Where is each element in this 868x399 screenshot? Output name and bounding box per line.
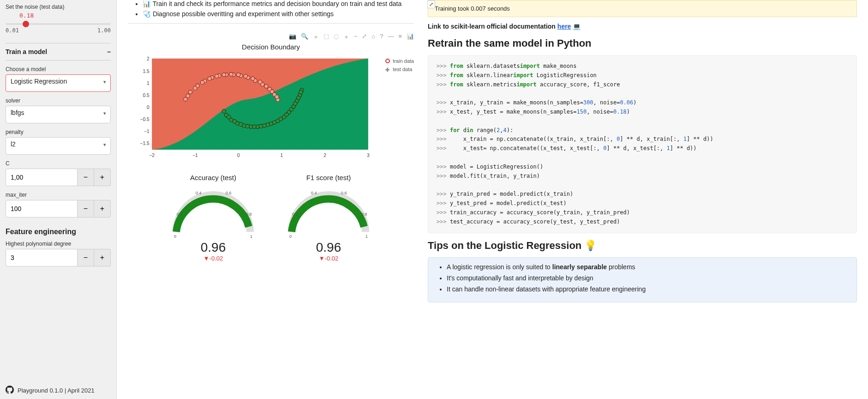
svg-point-26: [251, 77, 255, 80]
svg-text:1: 1: [365, 234, 368, 239]
stethoscope-icon: 🩺: [143, 10, 151, 18]
accuracy-gauge: Accuracy (test) 0 0.2 0.4 0.6 0.8 1: [165, 174, 262, 262]
svg-point-57: [289, 108, 293, 111]
camera-icon[interactable]: 📷: [289, 33, 296, 41]
svg-text:0.2: 0.2: [292, 212, 298, 217]
list-item: 🩺 Diagnose possible overitting and exper…: [143, 10, 414, 18]
svg-text:2: 2: [323, 153, 326, 158]
svg-text:−2: −2: [149, 153, 155, 158]
maxiter-plus-button[interactable]: +: [94, 200, 111, 218]
svg-point-46: [222, 109, 226, 113]
svg-point-17: [186, 94, 190, 98]
svg-text:0.2: 0.2: [177, 212, 183, 217]
svg-text:0: 0: [289, 234, 292, 239]
train-model-section[interactable]: Train a model –: [6, 43, 111, 60]
svg-point-20: [208, 77, 211, 80]
lasso-icon[interactable]: ◌: [334, 33, 339, 41]
svg-point-2: [184, 97, 187, 101]
svg-text:1: 1: [147, 81, 150, 86]
box-select-icon[interactable]: ⬚: [323, 33, 329, 41]
noise-label: Set the noise (test data): [6, 4, 111, 10]
poly-input[interactable]: [6, 249, 78, 266]
f1-gauge: F1 score (test) 0 0.2 0.4 0.6 0.8 1: [280, 174, 377, 262]
doc-link-row: Link to scikit-learn official documentat…: [428, 23, 857, 30]
svg-text:0.4: 0.4: [311, 191, 317, 195]
c-plus-button[interactable]: +: [94, 169, 111, 186]
svg-point-47: [227, 115, 231, 119]
penalty-select[interactable]: l2: [6, 137, 111, 155]
tips-heading: Tips on the Logistic Regression 💡: [428, 240, 857, 252]
hover-icon[interactable]: —: [388, 33, 394, 41]
svg-point-60: [299, 90, 303, 94]
spike-icon[interactable]: ?: [380, 33, 383, 41]
reset-icon[interactable]: ⌂: [371, 33, 375, 41]
svg-point-55: [279, 117, 282, 121]
c-label: C: [6, 160, 111, 167]
svg-point-27: [258, 80, 262, 84]
svg-point-25: [244, 74, 247, 78]
poly-plus-button[interactable]: +: [94, 249, 111, 266]
svg-text:0: 0: [237, 153, 240, 158]
svg-point-48: [233, 120, 236, 123]
autoscale-icon[interactable]: ⤢: [362, 33, 367, 41]
banner-text: Training took 0.007 seconds: [435, 5, 510, 12]
svg-point-21: [215, 74, 219, 78]
zoomout-icon[interactable]: −: [354, 33, 358, 41]
gauge-value: 0.96: [280, 240, 377, 255]
penalty-label: penalty: [6, 129, 111, 135]
noise-slider[interactable]: [6, 23, 111, 25]
solver-label: solver: [6, 97, 111, 104]
poly-label: Highest polynomial degree: [6, 241, 111, 247]
cross-marker-icon: ✚: [385, 67, 390, 72]
expand-icon[interactable]: ⤢: [427, 0, 435, 8]
legend-test[interactable]: ✚test data: [385, 66, 414, 72]
zoom-icon[interactable]: 🔍: [301, 33, 308, 41]
chart-title: Decision Boundary: [128, 43, 414, 51]
svg-point-3: [188, 90, 192, 94]
svg-point-19: [200, 80, 204, 84]
c-input[interactable]: [6, 169, 78, 186]
instructions-list: 📊 Train it and check its performance met…: [128, 0, 414, 18]
svg-text:−1: −1: [192, 153, 198, 158]
maxiter-minus-button[interactable]: −: [78, 200, 94, 218]
chart-svg: 21.510.50−0.5−1−1.5 −2−10123: [128, 54, 383, 164]
svg-text:0.8: 0.8: [246, 212, 252, 217]
poly-minus-button[interactable]: −: [78, 249, 94, 266]
svg-point-23: [229, 73, 233, 76]
decision-boundary-chart[interactable]: Decision Boundary: [128, 43, 414, 164]
c-minus-button[interactable]: −: [78, 169, 94, 186]
svg-text:−0.5: −0.5: [140, 117, 150, 122]
choose-model-label: Choose a model: [6, 66, 111, 73]
svg-point-52: [259, 124, 263, 128]
gauge-value: 0.96: [165, 240, 262, 255]
pan-icon[interactable]: ＋: [313, 33, 319, 41]
plotly-logo-icon[interactable]: 📊: [407, 33, 414, 41]
chart-legend: train data ✚test data: [385, 54, 414, 75]
zoomin-icon[interactable]: ＋: [343, 33, 349, 41]
model-select[interactable]: Logistic Regression: [6, 74, 111, 92]
svg-point-30: [275, 95, 279, 99]
svg-text:1: 1: [280, 153, 283, 158]
compare-icon[interactable]: ≡: [398, 33, 402, 41]
svg-text:0: 0: [147, 105, 150, 110]
svg-point-50: [245, 124, 249, 128]
svg-point-58: [293, 102, 297, 105]
svg-text:3: 3: [367, 153, 370, 158]
solver-select[interactable]: lbfgs: [6, 106, 111, 123]
legend-train[interactable]: train data: [385, 58, 414, 64]
laptop-icon: 💻: [573, 23, 581, 30]
svg-point-22: [222, 73, 226, 77]
gauge-svg: 0 0.2 0.4 0.6 0.8 1: [165, 183, 262, 239]
github-icon[interactable]: [6, 386, 14, 395]
doc-link[interactable]: here: [557, 23, 571, 30]
svg-point-24: [236, 73, 240, 77]
noise-max: 1.00: [97, 27, 111, 34]
poly-stepper: − +: [6, 249, 111, 266]
svg-text:0.5: 0.5: [143, 93, 150, 98]
maxiter-label: max_iter: [6, 192, 111, 198]
svg-text:2: 2: [147, 56, 150, 61]
maxiter-input[interactable]: [6, 200, 78, 218]
c-stepper: − +: [6, 169, 111, 186]
noise-min: 0.01: [6, 27, 19, 34]
svg-text:−1.5: −1.5: [140, 141, 150, 146]
